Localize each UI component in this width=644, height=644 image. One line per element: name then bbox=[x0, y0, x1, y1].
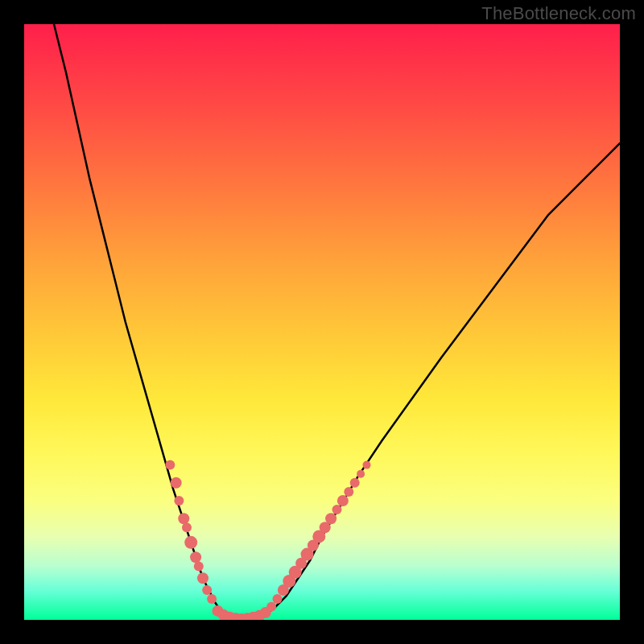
data-marker bbox=[178, 513, 189, 524]
data-marker bbox=[266, 602, 276, 612]
data-marker bbox=[174, 496, 184, 506]
data-marker bbox=[344, 487, 353, 497]
data-marker bbox=[337, 495, 349, 506]
data-marker bbox=[165, 460, 175, 470]
watermark-text: TheBottleneck.com bbox=[481, 3, 636, 24]
data-marker bbox=[184, 536, 197, 549]
plot-area bbox=[24, 24, 620, 620]
data-marker bbox=[363, 461, 371, 469]
data-marker bbox=[325, 513, 336, 524]
data-marker bbox=[350, 478, 360, 488]
data-marker bbox=[197, 572, 208, 584]
data-marker bbox=[357, 470, 365, 478]
data-marker bbox=[171, 477, 182, 489]
marker-layer bbox=[24, 24, 620, 620]
marker-group bbox=[165, 460, 370, 620]
data-marker bbox=[202, 585, 212, 595]
data-marker bbox=[190, 551, 201, 563]
data-marker bbox=[332, 505, 342, 514]
data-marker bbox=[273, 594, 283, 604]
data-marker bbox=[207, 594, 217, 604]
data-marker bbox=[194, 561, 204, 571]
data-marker bbox=[182, 522, 192, 532]
chart-frame: TheBottleneck.com bbox=[0, 0, 644, 644]
